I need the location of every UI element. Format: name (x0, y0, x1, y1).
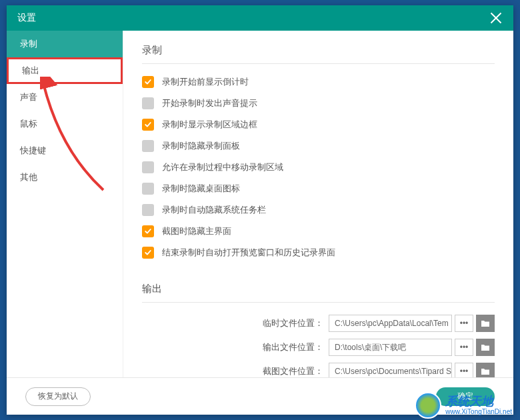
section-title-recording: 录制 (142, 44, 495, 64)
settings-window: 设置 录制 输出 声音 鼠标 快捷键 其他 (7, 5, 513, 415)
checkbox-row: 录制时显示录制区域边框 (142, 119, 495, 131)
window-body: 录制 输出 声音 鼠标 快捷键 其他 录制 录制开始前显示倒计时开始录制时发出声… (7, 31, 513, 377)
path-label: 输出文件位置： (142, 341, 329, 353)
browse-button[interactable]: ••• (455, 339, 473, 356)
titlebar: 设置 (7, 5, 513, 31)
sidebar-item-label: 快捷键 (20, 145, 46, 157)
checkbox[interactable] (142, 97, 154, 109)
checkbox-row: 录制时自动隐藏系统任务栏 (142, 204, 495, 216)
checkbox-label: 允许在录制过程中移动录制区域 (162, 161, 283, 173)
sidebar-item-recording[interactable]: 录制 (7, 31, 123, 57)
checkbox-row: 允许在录制过程中移动录制区域 (142, 161, 495, 173)
open-folder-button[interactable] (476, 339, 495, 356)
path-row: 截图文件位置：C:\Users\pc\Documents\Tipard S••• (142, 363, 495, 377)
path-input[interactable]: C:\Users\pc\Documents\Tipard S (329, 363, 452, 377)
sidebar-item-label: 鼠标 (20, 118, 37, 130)
output-section: 输出 临时文件位置：C:\Users\pc\AppData\Local\Tem•… (142, 283, 495, 377)
path-label: 临时文件位置： (142, 317, 329, 329)
path-label: 截图文件位置： (142, 365, 329, 377)
sidebar-item-label: 声音 (20, 91, 37, 103)
browse-button[interactable]: ••• (455, 315, 473, 332)
checkbox[interactable] (142, 161, 154, 173)
checkbox-row: 录制开始前显示倒计时 (142, 76, 495, 88)
checkbox[interactable] (142, 140, 154, 152)
path-row: 输出文件位置：D:\tools\桌面\下载吧••• (142, 339, 495, 356)
checkbox[interactable] (142, 247, 154, 259)
ellipsis-icon: ••• (460, 367, 469, 376)
folder-icon (481, 319, 490, 327)
sidebar: 录制 输出 声音 鼠标 快捷键 其他 (7, 31, 123, 377)
path-input[interactable]: C:\Users\pc\AppData\Local\Tem (329, 315, 452, 332)
sidebar-item-label: 其他 (20, 171, 37, 183)
checkbox-label: 录制开始前显示倒计时 (162, 76, 249, 88)
checkbox-label: 录制时隐藏录制面板 (162, 140, 240, 152)
folder-icon (481, 367, 490, 375)
sidebar-item-label: 输出 (22, 65, 39, 77)
footer: 恢复为默认 确定 (7, 377, 513, 415)
window-title: 设置 (17, 12, 36, 24)
path-input[interactable]: D:\tools\桌面\下载吧 (329, 339, 452, 356)
checkbox-row: 录制时隐藏桌面图标 (142, 183, 495, 195)
checkbox-label: 录制时隐藏桌面图标 (162, 183, 240, 195)
sidebar-item-other[interactable]: 其他 (7, 164, 123, 191)
ellipsis-icon: ••• (460, 319, 469, 328)
checkbox-row: 录制时隐藏录制面板 (142, 140, 495, 152)
sidebar-item-mouse[interactable]: 鼠标 (7, 111, 123, 137)
checkbox-label: 录制时自动隐藏系统任务栏 (162, 204, 266, 216)
open-folder-button[interactable] (476, 363, 495, 377)
ellipsis-icon: ••• (460, 343, 469, 352)
checkbox-label: 结束录制时自动打开预览窗口和历史记录界面 (162, 247, 335, 259)
checkbox[interactable] (142, 225, 154, 237)
section-title-output: 输出 (142, 283, 495, 303)
checkbox-label: 截图时隐藏主界面 (162, 225, 231, 237)
checkbox[interactable] (142, 76, 154, 88)
close-icon[interactable] (489, 11, 503, 25)
checkbox[interactable] (142, 204, 154, 216)
restore-defaults-button[interactable]: 恢复为默认 (25, 387, 91, 406)
sidebar-item-sound[interactable]: 声音 (7, 84, 123, 111)
sidebar-item-hotkey[interactable]: 快捷键 (7, 137, 123, 164)
checkbox-label: 开始录制时发出声音提示 (162, 97, 257, 109)
confirm-button[interactable]: 确定 (436, 387, 495, 406)
content-panel: 录制 录制开始前显示倒计时开始录制时发出声音提示录制时显示录制区域边框录制时隐藏… (123, 31, 513, 377)
checkbox-label: 录制时显示录制区域边框 (162, 119, 257, 131)
path-row: 临时文件位置：C:\Users\pc\AppData\Local\Tem••• (142, 315, 495, 332)
folder-icon (481, 343, 490, 351)
sidebar-item-output[interactable]: 输出 (7, 57, 123, 84)
checkbox-row: 开始录制时发出声音提示 (142, 97, 495, 109)
open-folder-button[interactable] (476, 315, 495, 332)
checkbox-row: 结束录制时自动打开预览窗口和历史记录界面 (142, 247, 495, 259)
sidebar-item-label: 录制 (20, 38, 37, 50)
browse-button[interactable]: ••• (455, 363, 473, 377)
checkbox-row: 截图时隐藏主界面 (142, 225, 495, 237)
checkbox[interactable] (142, 183, 154, 195)
checkbox[interactable] (142, 119, 154, 131)
